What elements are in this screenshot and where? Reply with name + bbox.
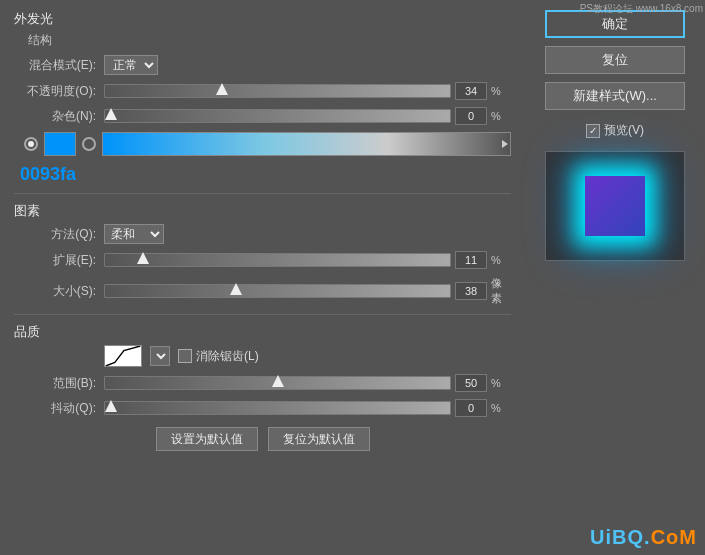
noise-slider-wrap: % (104, 107, 511, 125)
method-control: 柔和 (104, 224, 511, 244)
contour-control: 消除锯齿(L) (104, 345, 511, 367)
opacity-unit: % (491, 85, 511, 97)
watermark-com: CoM (651, 526, 697, 548)
noise-value-input[interactable] (455, 107, 487, 125)
color-row (14, 132, 511, 156)
divider-1 (14, 193, 511, 194)
elements-section-title: 图素 (14, 202, 511, 220)
opacity-slider-handle[interactable] (216, 83, 228, 95)
range-slider-track[interactable] (104, 376, 451, 390)
watermark-top: PS教程论坛 www.16x8.com (580, 2, 703, 16)
jitter-unit: % (491, 402, 511, 414)
section-title: 外发光 (14, 10, 511, 28)
gradient-radio[interactable] (82, 137, 96, 151)
range-row: 范围(B): % (14, 374, 511, 392)
watermark-bottom: UiBQ.CoM (590, 526, 697, 549)
spread-slider-track[interactable] (104, 253, 451, 267)
reset-button[interactable]: 复位 (545, 46, 685, 74)
noise-slider-track[interactable] (104, 109, 451, 123)
range-unit: % (491, 377, 511, 389)
contour-preview[interactable] (104, 345, 142, 367)
size-slider-wrap: 像素 (104, 276, 511, 306)
watermark-uibq: UiBQ. (590, 526, 651, 548)
spread-unit: % (491, 254, 511, 266)
color-radio-selected[interactable] (24, 137, 38, 151)
noise-slider-handle[interactable] (105, 108, 117, 120)
anti-alias-label: 消除锯齿(L) (196, 348, 259, 365)
structure-subtitle: 结构 (14, 32, 511, 49)
noise-row: 杂色(N): % (14, 107, 511, 125)
jitter-slider-wrap: % (104, 399, 511, 417)
preview-square (585, 176, 645, 236)
divider-2 (14, 314, 511, 315)
gradient-swatch[interactable] (102, 132, 511, 156)
anti-alias-checkbox[interactable] (178, 349, 192, 363)
new-style-button[interactable]: 新建样式(W)... (545, 82, 685, 110)
anti-alias-checkbox-row: 消除锯齿(L) (178, 348, 259, 365)
bottom-buttons: 设置为默认值 复位为默认值 (14, 427, 511, 451)
spread-value-input[interactable] (455, 251, 487, 269)
range-label: 范围(B): (14, 375, 104, 392)
jitter-slider-handle[interactable] (105, 400, 117, 412)
range-slider-handle[interactable] (272, 375, 284, 387)
opacity-value-input[interactable] (455, 82, 487, 100)
jitter-slider-track[interactable] (104, 401, 451, 415)
preview-checkbox-row: 预览(V) (586, 122, 644, 139)
blend-mode-row: 混合模式(E): 正常 (14, 55, 511, 75)
opacity-slider-wrap: % (104, 82, 511, 100)
gradient-arrow-icon (502, 140, 508, 148)
blend-mode-select[interactable]: 正常 (104, 55, 158, 75)
opacity-label: 不透明度(O): (14, 83, 104, 100)
spread-row: 扩展(E): % (14, 251, 511, 269)
range-value-input[interactable] (455, 374, 487, 392)
contour-row: 消除锯齿(L) (14, 345, 511, 367)
preview-checkbox[interactable] (586, 124, 600, 138)
method-label: 方法(Q): (14, 226, 104, 243)
method-row: 方法(Q): 柔和 (14, 224, 511, 244)
size-slider-track[interactable] (104, 284, 451, 298)
reset-default-button[interactable]: 复位为默认值 (268, 427, 370, 451)
size-unit: 像素 (491, 276, 511, 306)
left-panel: PS教程论坛 www.16x8.com 外发光 结构 混合模式(E): 正常 不… (0, 0, 525, 555)
noise-label: 杂色(N): (14, 108, 104, 125)
preview-box (545, 151, 685, 261)
blend-mode-control: 正常 (104, 55, 511, 75)
opacity-slider-track[interactable] (104, 84, 451, 98)
size-label: 大小(S): (14, 283, 104, 300)
noise-unit: % (491, 110, 511, 122)
color-swatch[interactable] (44, 132, 76, 156)
range-slider-wrap: % (104, 374, 511, 392)
size-value-input[interactable] (455, 282, 487, 300)
color-hex-label: 0093fa (20, 164, 511, 185)
quality-section-title: 品质 (14, 323, 511, 341)
blend-mode-label: 混合模式(E): (14, 57, 104, 74)
size-slider-handle[interactable] (230, 283, 242, 295)
jitter-label: 抖动(Q): (14, 400, 104, 417)
spread-label: 扩展(E): (14, 252, 104, 269)
spread-slider-wrap: % (104, 251, 511, 269)
jitter-row: 抖动(Q): % (14, 399, 511, 417)
size-row: 大小(S): 像素 (14, 276, 511, 306)
contour-select[interactable] (150, 346, 170, 366)
main-container: PS教程论坛 www.16x8.com 外发光 结构 混合模式(E): 正常 不… (0, 0, 705, 555)
spread-slider-handle[interactable] (137, 252, 149, 264)
right-panel: 确定 复位 新建样式(W)... 预览(V) (525, 0, 705, 555)
method-select[interactable]: 柔和 (104, 224, 164, 244)
opacity-row: 不透明度(O): % (14, 82, 511, 100)
preview-label: 预览(V) (604, 122, 644, 139)
jitter-value-input[interactable] (455, 399, 487, 417)
set-default-button[interactable]: 设置为默认值 (156, 427, 258, 451)
